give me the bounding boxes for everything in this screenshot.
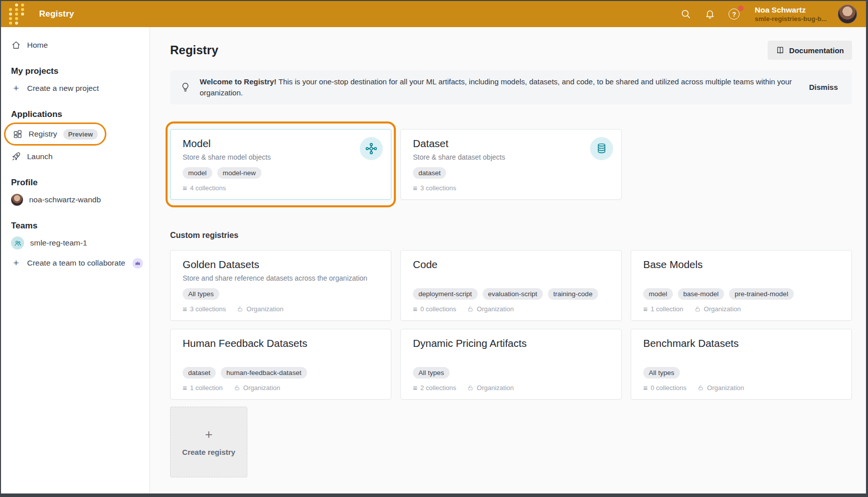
tag: model	[643, 288, 673, 300]
registry-card-benchmark-datasets[interactable]: Benchmark Datasets All types ≡ 0 collect…	[631, 329, 852, 400]
profile-heading: Profile	[1, 176, 150, 190]
collections-icon: ≡	[413, 184, 417, 192]
sidebar-item-registry[interactable]: Registry Preview	[7, 124, 99, 144]
search-icon[interactable]	[679, 8, 692, 21]
plus-icon: +	[11, 83, 21, 94]
custom-registries-heading: Custom registries	[170, 231, 852, 241]
user-menu[interactable]: Noa Schwartz smle-registries-bug-b...	[755, 5, 827, 23]
unlock-icon	[697, 385, 704, 391]
sidebar-create-project[interactable]: + Create a new project	[1, 78, 150, 98]
documentation-button[interactable]: Documentation	[768, 41, 852, 60]
main-content: Registry Documentation Welcome to Regist…	[150, 27, 866, 493]
sidebar-item-launch[interactable]: Launch	[1, 147, 150, 167]
custom-registries-grid: Golden Datasets Store and share referenc…	[170, 250, 852, 400]
banner-text: Welcome to Registry! This is your one-st…	[200, 76, 799, 98]
create-registry-button[interactable]: + Create registry	[170, 407, 247, 477]
collections-icon: ≡	[183, 184, 187, 192]
database-icon	[590, 137, 613, 160]
top-navbar: Registry ? Noa Schwartz smle-registries-…	[1, 1, 866, 27]
tag: All types	[643, 367, 680, 379]
page-title: Registry	[170, 43, 218, 57]
sidebar-item-team[interactable]: smle-reg-team-1	[1, 233, 150, 253]
notification-dot-icon	[738, 6, 744, 11]
tag: evaluation-script	[483, 288, 543, 300]
sidebar-create-team[interactable]: + Create a team to collaborate	[1, 253, 150, 273]
registry-card-model[interactable]: Model Store & share model objects model …	[170, 129, 391, 200]
home-icon	[11, 40, 21, 50]
screenshot-frame: Registry ? Noa Schwartz smle-registries-…	[0, 0, 868, 497]
user-org: smle-registries-bug-b...	[755, 15, 827, 23]
team-avatar-icon	[11, 236, 24, 250]
tag: human-feedback-dataset	[221, 367, 307, 379]
profile-avatar	[11, 194, 23, 206]
app-title: Registry	[39, 9, 74, 19]
welcome-banner: Welcome to Registry! This is your one-st…	[170, 70, 852, 104]
collections-icon: ≡	[413, 384, 417, 392]
tag: deployment-script	[413, 288, 478, 300]
collections-icon: ≡	[643, 305, 648, 313]
registry-card-dataset[interactable]: Dataset Store & share dataset objects da…	[400, 129, 622, 200]
lightbulb-icon	[180, 82, 191, 92]
plus-icon: +	[11, 258, 21, 269]
unlock-icon	[467, 306, 474, 312]
sidebar-item-profile[interactable]: noa-schwartz-wandb	[1, 190, 150, 210]
dismiss-button[interactable]: Dismiss	[808, 81, 839, 93]
sidebar-item-home[interactable]: Home	[1, 35, 150, 55]
registry-card-golden-datasets[interactable]: Golden Datasets Store and share referenc…	[170, 250, 391, 321]
applications-heading: Applications	[1, 107, 150, 121]
tag: base-model	[678, 288, 725, 300]
unlock-icon	[237, 306, 243, 312]
registry-card-base-models[interactable]: Base Models model base-model pre-trained…	[631, 250, 852, 321]
core-registries-grid: Model Store & share model objects model …	[170, 129, 852, 200]
model-card-annotation: Model Store & share model objects model …	[170, 129, 391, 200]
preview-badge: Preview	[63, 129, 98, 140]
user-name: Noa Schwartz	[755, 5, 827, 15]
tag: All types	[413, 367, 450, 379]
collections-icon: ≡	[413, 305, 417, 313]
book-icon	[776, 46, 785, 55]
collections-icon: ≡	[183, 384, 187, 392]
rocket-icon	[11, 152, 21, 162]
registry-highlight-annotation: Registry Preview	[4, 122, 106, 146]
tag: pre-trained-model	[729, 288, 794, 300]
sidebar: Home My projects + Create a new project …	[1, 27, 150, 493]
collections-icon: ≡	[643, 384, 648, 392]
registry-grid-icon	[13, 129, 23, 139]
registry-card-code[interactable]: Code deployment-script evaluation-script…	[400, 250, 622, 321]
tag: training-code	[548, 288, 598, 300]
tag: dataset	[413, 167, 446, 179]
tag: model-new	[217, 167, 261, 179]
notifications-bell-icon[interactable]	[703, 8, 716, 21]
model-network-icon	[360, 137, 383, 160]
my-projects-heading: My projects	[1, 64, 150, 78]
help-icon[interactable]: ?	[728, 8, 741, 21]
registry-card-dynamic-pricing-artifacts[interactable]: Dynamic Pricing Artifacts All types ≡ 2 …	[400, 329, 622, 400]
plus-icon: +	[205, 428, 212, 441]
user-avatar[interactable]	[838, 5, 857, 24]
tag: dataset	[183, 367, 216, 379]
unlock-icon	[694, 306, 701, 312]
wandb-logo-icon[interactable]	[8, 4, 26, 25]
tag: All types	[183, 288, 219, 300]
unlock-icon	[234, 385, 240, 391]
unlock-icon	[467, 385, 474, 391]
upgrade-crown-icon	[132, 258, 143, 269]
collections-icon: ≡	[183, 305, 187, 313]
teams-heading: Teams	[1, 219, 150, 233]
tag: model	[183, 167, 212, 179]
registry-card-human-feedback-datasets[interactable]: Human Feedback Datasets dataset human-fe…	[170, 329, 391, 400]
